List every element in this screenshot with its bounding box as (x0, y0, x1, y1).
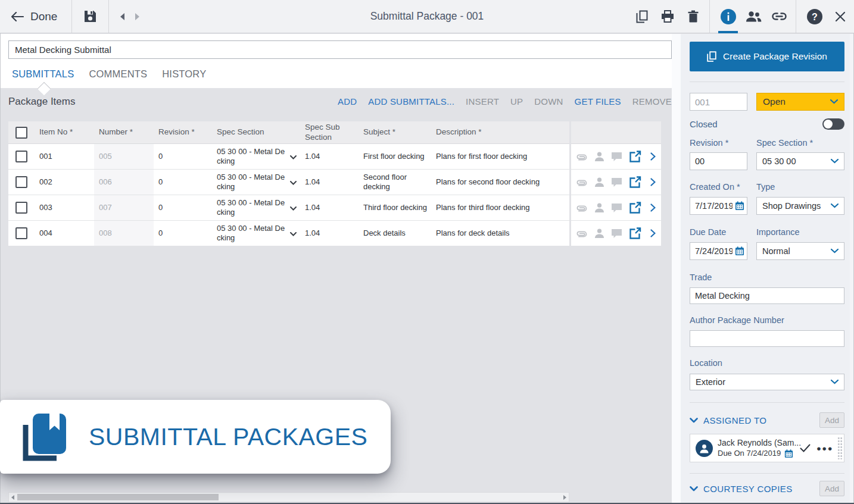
attachment-icon[interactable] (575, 152, 588, 161)
revision-input[interactable] (690, 152, 747, 170)
info-panel-button[interactable] (715, 0, 741, 33)
open-item-icon[interactable] (629, 176, 641, 189)
comment-icon[interactable] (611, 228, 622, 238)
delete-button[interactable] (680, 0, 706, 33)
people-panel-button[interactable] (741, 0, 766, 33)
calendar-icon[interactable] (784, 449, 793, 458)
cell-revision[interactable]: 0 (154, 228, 212, 238)
spec-section-dropdown[interactable]: 05 30 00 (756, 152, 844, 170)
closed-toggle[interactable] (822, 118, 844, 130)
assigned-person-card[interactable]: Jack Reynolds (Sam... Due On 7/24/2019 ●… (690, 434, 844, 462)
scrollbar-thumb[interactable] (17, 494, 219, 500)
cell-spec-section[interactable]: 05 30 00 - Metal Decking (212, 173, 300, 192)
column-header[interactable]: Subject * (359, 127, 431, 137)
type-dropdown[interactable]: Shop Drawings (756, 197, 844, 215)
copy-button[interactable] (629, 0, 654, 33)
more-options-icon[interactable]: ●●● (816, 444, 833, 453)
attachment-icon[interactable] (575, 229, 588, 237)
cell-spec-sub-section[interactable]: 1.04 (300, 203, 359, 212)
close-button[interactable] (827, 0, 853, 33)
calendar-icon[interactable] (735, 201, 744, 213)
status-dropdown[interactable]: Open (756, 93, 844, 111)
open-item-icon[interactable] (629, 227, 641, 240)
done-button[interactable]: Done (0, 0, 72, 33)
column-header[interactable]: Spec Sub Section (300, 123, 359, 142)
courtesy-copies-add-button[interactable]: Add (819, 481, 844, 496)
scroll-right-arrow[interactable] (563, 495, 566, 500)
author-package-number-input[interactable] (690, 330, 844, 347)
column-header[interactable]: Item No * (35, 127, 94, 137)
assigned-to-add-button[interactable]: Add (819, 412, 844, 428)
cell-spec-sub-section[interactable]: 1.04 (300, 177, 359, 187)
collapse-chevron-icon[interactable] (690, 486, 698, 492)
print-button[interactable] (654, 0, 680, 33)
cell-revision[interactable]: 0 (154, 152, 212, 161)
attachment-icon[interactable] (575, 178, 588, 186)
row-checkbox[interactable] (15, 151, 27, 162)
select-all-checkbox[interactable] (15, 127, 27, 139)
column-header[interactable]: Number * (94, 127, 154, 137)
cell-revision[interactable]: 0 (154, 203, 212, 212)
cell-description[interactable]: Plans for second floor decking (431, 177, 569, 187)
cell-description[interactable]: Plans for first floor decking (431, 152, 569, 161)
cell-spec-sub-section[interactable]: 1.04 (300, 228, 359, 238)
row-chevron-icon[interactable] (650, 152, 656, 161)
cell-spec-section[interactable]: 05 30 00 - Metal Decking (212, 147, 300, 167)
cell-spec-section[interactable]: 05 30 00 - Metal Decking (212, 198, 300, 218)
contact-icon[interactable] (594, 177, 604, 187)
column-header[interactable]: Spec Section (212, 127, 300, 137)
open-item-icon[interactable] (629, 151, 641, 163)
row-checkbox[interactable] (15, 202, 27, 214)
grid-action-link[interactable]: DOWN (534, 96, 563, 107)
cell-description[interactable]: Plans for deck details (431, 228, 569, 238)
create-package-revision-button[interactable]: Create Package Revision (690, 42, 844, 71)
horizontal-scrollbar[interactable] (8, 492, 569, 502)
collapse-chevron-icon[interactable] (690, 418, 698, 423)
scroll-left-arrow[interactable] (11, 495, 14, 500)
cell-item-no[interactable]: 002 (35, 177, 94, 187)
cell-subject[interactable]: Deck details (359, 228, 431, 238)
prev-record-button[interactable] (120, 13, 125, 20)
cell-subject[interactable]: Third floor decking (359, 203, 431, 212)
grid-action-link[interactable]: ADD (338, 96, 357, 107)
row-chevron-icon[interactable] (650, 178, 656, 186)
comment-icon[interactable] (611, 152, 622, 161)
row-chevron-icon[interactable] (650, 229, 656, 237)
grid-action-link[interactable]: UP (510, 96, 523, 107)
importance-dropdown[interactable]: Normal (756, 242, 844, 260)
contact-icon[interactable] (594, 228, 604, 238)
cell-subject[interactable]: First floor decking (359, 152, 431, 161)
save-button[interactable] (72, 0, 109, 33)
tab-submittals[interactable]: SUBMITTALS (12, 68, 74, 80)
cell-spec-section[interactable]: 05 30 00 - Metal Decking (212, 224, 300, 243)
calendar-icon[interactable] (735, 246, 744, 258)
comment-icon[interactable] (611, 203, 622, 212)
cell-revision[interactable]: 0 (154, 177, 212, 187)
cell-item-no[interactable]: 001 (35, 152, 94, 161)
row-checkbox[interactable] (15, 176, 27, 188)
cell-description[interactable]: Plans for third floor decking (431, 203, 569, 212)
package-number-input[interactable] (690, 93, 747, 111)
approve-check-icon[interactable] (800, 444, 811, 452)
cell-subject[interactable]: Second floor decking (359, 173, 431, 192)
help-button[interactable]: ? (802, 0, 827, 33)
location-dropdown[interactable]: Exterior (690, 374, 844, 390)
cell-spec-sub-section[interactable]: 1.04 (300, 152, 359, 161)
column-header[interactable]: Revision * (154, 127, 212, 137)
drag-handle[interactable] (837, 437, 842, 459)
cell-item-no[interactable]: 004 (35, 228, 94, 238)
tab-history[interactable]: HISTORY (162, 68, 206, 80)
grid-action-link[interactable]: REMOVE (632, 96, 672, 107)
open-item-icon[interactable] (629, 202, 641, 214)
comment-icon[interactable] (611, 177, 622, 187)
grid-action-link[interactable]: ADD SUBMITTALS... (368, 96, 454, 107)
next-record-button[interactable] (135, 13, 140, 20)
package-title-input[interactable] (8, 40, 672, 59)
contact-icon[interactable] (594, 203, 604, 212)
grid-action-link[interactable]: GET FILES (575, 96, 621, 107)
trade-input[interactable] (690, 287, 844, 304)
attachment-icon[interactable] (575, 204, 588, 212)
column-header[interactable]: Description * (431, 127, 569, 137)
row-checkbox[interactable] (15, 227, 27, 239)
link-panel-button[interactable] (766, 0, 792, 33)
